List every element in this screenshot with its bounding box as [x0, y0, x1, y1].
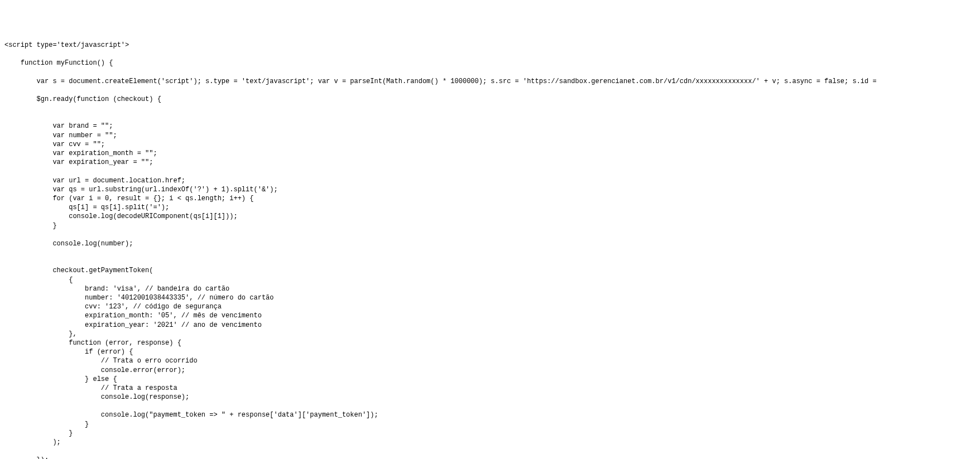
code-snippet: <script type='text/javascript'> function… [4, 41, 976, 459]
